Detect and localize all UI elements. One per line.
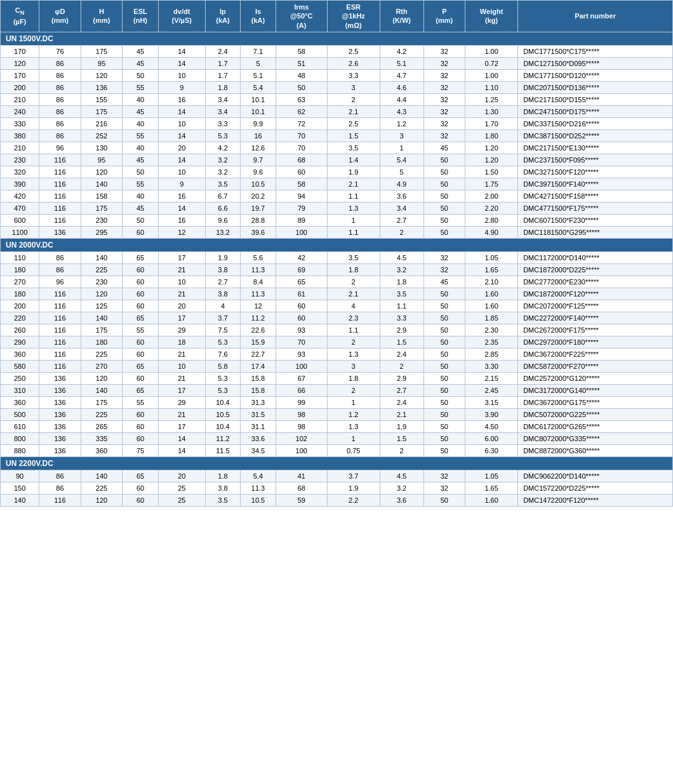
data-cell: 270 <box>81 360 123 372</box>
data-cell: 18 <box>158 336 205 348</box>
data-cell: 28.8 <box>241 214 276 226</box>
data-cell: 98 <box>276 408 327 420</box>
table-row: 60011623050169.628.88912.7502.80DMC60715… <box>1 214 673 226</box>
data-cell: 2.5 <box>327 117 380 130</box>
data-cell: 150 <box>1 482 39 494</box>
data-cell: 31.5 <box>241 408 276 420</box>
data-cell: 60 <box>276 166 327 178</box>
data-cell: 50 <box>423 360 465 372</box>
table-row: 32011612050103.29.6601.95501.50DMC327150… <box>1 166 673 178</box>
data-cell: 90 <box>1 470 39 482</box>
data-cell: 200 <box>1 300 39 312</box>
data-cell: 50 <box>423 312 465 324</box>
data-cell: 2 <box>327 384 380 396</box>
part-number-cell: DMC3271500*F120***** <box>518 166 673 178</box>
data-cell: 320 <box>1 166 39 178</box>
data-cell: 86 <box>39 130 81 142</box>
data-cell: 55 <box>123 324 159 336</box>
data-cell: 5 <box>241 57 276 69</box>
data-cell: 86 <box>39 57 81 69</box>
data-cell: 22.7 <box>241 348 276 360</box>
data-cell: 4.4 <box>380 93 423 105</box>
part-number-cell: DMC2371500*F095***** <box>518 154 673 166</box>
data-cell: 39.6 <box>241 226 276 238</box>
data-cell: 55 <box>123 130 159 142</box>
data-cell: 120 <box>81 494 123 506</box>
data-cell: 125 <box>81 300 123 312</box>
data-cell: 2.10 <box>465 276 518 288</box>
data-cell: 225 <box>81 482 123 494</box>
data-cell: 116 <box>39 312 81 324</box>
data-cell: 14 <box>158 45 205 57</box>
data-cell: 1.60 <box>465 494 518 506</box>
data-cell: 31.1 <box>241 420 276 432</box>
data-cell: 32 <box>423 69 465 81</box>
data-cell: 50 <box>423 348 465 360</box>
data-cell: 70 <box>276 336 327 348</box>
data-cell: 3.8 <box>205 288 241 300</box>
data-cell: 95 <box>81 154 123 166</box>
data-cell: 72 <box>276 117 327 130</box>
data-cell: 3.2 <box>205 166 241 178</box>
data-cell: 3.5 <box>327 251 380 263</box>
data-cell: 10.5 <box>241 494 276 506</box>
data-cell: 1.10 <box>465 81 518 93</box>
data-cell: 70 <box>276 130 327 142</box>
data-cell: 140 <box>81 251 123 263</box>
data-cell: 32 <box>423 251 465 263</box>
table-row: 1508622560253.811.3681.93.2321.65DMC1572… <box>1 482 673 494</box>
data-cell: 51 <box>276 57 327 69</box>
data-cell: 1.3 <box>327 420 380 432</box>
data-cell: 200 <box>1 81 39 93</box>
part-number-cell: DMC3172000*G140***** <box>518 384 673 396</box>
data-cell: 61 <box>276 288 327 300</box>
part-number-cell: DMC8872000*G360***** <box>518 444 673 456</box>
table-row: 610136265601710.431.1981.31.9504.50DMC61… <box>1 420 673 432</box>
data-cell: 1.80 <box>465 130 518 142</box>
data-cell: 15.8 <box>241 384 276 396</box>
data-cell: 360 <box>1 348 39 360</box>
data-cell: 14 <box>158 444 205 456</box>
data-cell: 116 <box>39 494 81 506</box>
table-row: 2301169545143.29.7681.45.4501.20DMC23715… <box>1 154 673 166</box>
data-cell: 9.9 <box>241 117 276 130</box>
data-cell: 5.3 <box>205 372 241 384</box>
data-cell: 136 <box>39 384 81 396</box>
data-cell: 1.1 <box>380 300 423 312</box>
data-cell: 96 <box>39 142 81 154</box>
data-cell: 60 <box>276 300 327 312</box>
data-cell: 16 <box>158 93 205 105</box>
data-cell: 210 <box>1 93 39 105</box>
data-cell: 17 <box>158 420 205 432</box>
data-cell: 3.90 <box>465 408 518 420</box>
data-cell: 60 <box>123 276 159 288</box>
data-cell: 180 <box>81 336 123 348</box>
data-cell: 45 <box>123 105 159 117</box>
header-esl: ESL(nH) <box>123 1 159 32</box>
data-cell: 2.4 <box>205 45 241 57</box>
data-cell: 32 <box>423 263 465 276</box>
header-esr: ESR@1kHz(mΩ) <box>327 1 380 32</box>
part-number-cell: DMC2471500*D175***** <box>518 105 673 117</box>
part-number-cell: DMC2672000*F175***** <box>518 324 673 336</box>
data-cell: 120 <box>81 288 123 300</box>
data-cell: 2.6 <box>327 57 380 69</box>
data-cell: 86 <box>39 263 81 276</box>
part-number-cell: DMC2572000*G120***** <box>518 372 673 384</box>
part-number-cell: DMC1771500*C175***** <box>518 45 673 57</box>
data-cell: 60 <box>123 420 159 432</box>
data-cell: 5.4 <box>380 154 423 166</box>
table-row: 1708612050101.75.1483.34.7321.00DMC17715… <box>1 69 673 81</box>
data-cell: 21 <box>158 288 205 300</box>
data-cell: 6.6 <box>205 202 241 214</box>
data-cell: 2.80 <box>465 214 518 226</box>
data-cell: 2 <box>380 444 423 456</box>
data-cell: 40 <box>123 117 159 130</box>
data-cell: 62 <box>276 105 327 117</box>
table-row: 3808625255145.316701.53321.80DMC3871500*… <box>1 130 673 142</box>
data-cell: 21 <box>158 348 205 360</box>
data-cell: 3 <box>380 130 423 142</box>
data-cell: 5.1 <box>380 57 423 69</box>
data-cell: 59 <box>276 494 327 506</box>
data-cell: 45 <box>123 154 159 166</box>
